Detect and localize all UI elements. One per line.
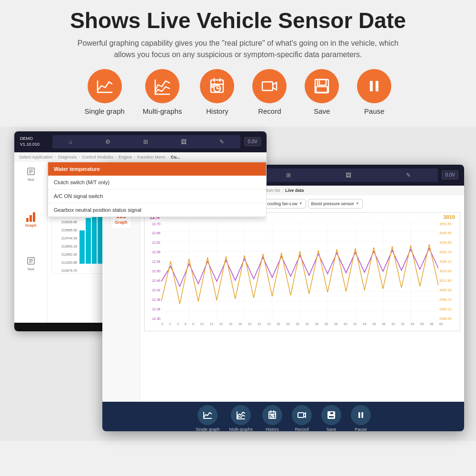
- feature-save: Save: [305, 69, 339, 115]
- toolbar-save[interactable]: Save: [321, 405, 341, 431]
- modules-icon[interactable]: ⊞: [143, 139, 148, 145]
- toolbar-mg-label: Multi-graphs: [229, 427, 253, 431]
- chart-x-labels: 02468 1012141618 2022242628 3032343638 4…: [145, 321, 460, 327]
- multi-graphs-toolbar-icon: [236, 410, 246, 420]
- single-graph-label: Single graph: [85, 107, 125, 115]
- front-chart: 12.4 3019 12.7012.6612.6212.58 12.5412.5…: [144, 212, 460, 331]
- feature-history: History: [200, 69, 234, 115]
- back-breadcrumb: Select Application› Diagnosis› Control M…: [14, 152, 267, 162]
- front-voltage: 0.0V: [442, 170, 458, 179]
- toolbar-pause-icon: [351, 405, 371, 425]
- chart-svg-wrapper: 12.7012.6612.6212.58 12.5412.5012.4612.4…: [145, 221, 460, 321]
- settings-icon[interactable]: ⚙: [105, 139, 110, 145]
- record-toolbar-icon: [297, 410, 307, 420]
- front-bottom-toolbar: Single graph Multi-graphs: [102, 402, 464, 431]
- svg-rect-53: [298, 413, 304, 417]
- svg-rect-12: [316, 87, 327, 92]
- toolbar-history-icon: [262, 405, 282, 425]
- feature-single-graph: Single graph: [85, 69, 125, 115]
- chart-right-value: 3019: [444, 214, 455, 220]
- svg-rect-9: [262, 82, 273, 90]
- toolbar-r-label: Record: [295, 427, 309, 431]
- text-icon: [26, 167, 36, 176]
- menu-item-3[interactable]: Gearbox neutral position status signal: [48, 203, 266, 217]
- svg-rect-59: [362, 412, 364, 418]
- edit-icon[interactable]: ✎: [219, 139, 224, 145]
- sidebar-graph-item[interactable]: Graph: [25, 210, 37, 228]
- record-label: Record: [258, 107, 281, 115]
- screenshots-area: DEMO V1.10.010 ⌂ ⚙ ⊞ 🖼 ✎ 0.0V Select App…: [0, 127, 476, 441]
- svg-rect-58: [358, 412, 360, 418]
- chart-svg: [161, 221, 438, 321]
- single-graph-icon: [96, 77, 114, 95]
- history-icon: [208, 77, 226, 95]
- edit-icon-f[interactable]: ✎: [406, 172, 411, 178]
- back-tablet-header: DEMO V1.10.010 ⌂ ⚙ ⊞ 🖼 ✎ 0.0V: [14, 131, 267, 152]
- feature-pause: Pause: [357, 69, 391, 115]
- toolbar-h-label: History: [266, 427, 279, 431]
- toolbar-sg-label: Single graph: [196, 427, 220, 431]
- page-subtitle: Powerful graphing capability gives you t…: [71, 38, 405, 60]
- save-toolbar-icon: [327, 410, 336, 420]
- toolbar-record-icon: [292, 405, 312, 425]
- chart-y-axis-left: 12.7012.6612.6212.58 12.5412.5012.4612.4…: [145, 221, 161, 321]
- back-voltage: 0.0V: [244, 137, 261, 146]
- header-section: Shows Live Vehicle Sensor Date Powerful …: [0, 0, 476, 127]
- toolbar-p-label: Pause: [355, 427, 367, 431]
- features-icons-row: Single graph Multi-graphs: [19, 69, 457, 115]
- save-icon: [313, 77, 331, 95]
- toolbar-pause[interactable]: Pause: [351, 405, 371, 431]
- back-sidebar: Text Graph: [14, 162, 48, 323]
- toolbar-multi-graphs[interactable]: Multi-graphs: [229, 405, 253, 431]
- back-nav-bar: ⌂ ⚙ ⊞ 🖼 ✎: [52, 135, 240, 149]
- dropdown-menu-selected[interactable]: Water temperature: [48, 162, 266, 176]
- pause-label: Pause: [364, 107, 385, 115]
- menu-item-1[interactable]: Clutch switch (M/T only): [48, 176, 266, 189]
- svg-rect-11: [317, 79, 326, 85]
- front-sidebar: Graph: [102, 195, 140, 402]
- back-btn[interactable]: ←: [56, 329, 64, 331]
- svg-rect-56: [328, 416, 334, 418]
- save-icon-circle: [305, 69, 339, 103]
- save-label: Save: [314, 107, 330, 115]
- multi-graphs-label: Multi-graphs: [143, 107, 182, 115]
- svg-rect-15: [376, 81, 378, 91]
- pause-icon-circle: [357, 69, 391, 103]
- toolbar-multi-graphs-icon: [231, 405, 251, 425]
- svg-rect-14: [370, 81, 373, 91]
- text-icon-2: [26, 256, 36, 266]
- multi-graphs-icon: [153, 77, 171, 95]
- pause-icon: [365, 77, 383, 95]
- dropdown-menu-overlay: Water temperature Clutch switch (M/T onl…: [48, 162, 267, 217]
- modules-icon-f[interactable]: ⊞: [286, 172, 291, 178]
- page-title: Shows Live Vehicle Sensor Date: [19, 9, 457, 33]
- front-content-area: Graph MIL status indicator(MIL... ▼ Batt…: [102, 195, 464, 402]
- toolbar-s-label: Save: [327, 427, 337, 431]
- toolbar-single-graph[interactable]: Single graph: [196, 405, 220, 431]
- chart-y-axis-right: 3052.503045.903039.303032.70 3026.103019…: [438, 221, 460, 321]
- record-icon-circle: [252, 69, 287, 103]
- single-graph-icon-circle: [88, 69, 122, 103]
- sidebar-text-item-2[interactable]: Text: [26, 256, 36, 271]
- toolbar-single-graph-icon: [198, 405, 218, 425]
- back-demo-info: DEMO V1.10.010: [20, 136, 49, 147]
- image-icon-f[interactable]: 🖼: [346, 172, 351, 178]
- toolbar-save-icon: [321, 405, 341, 425]
- feature-multi-graphs: Multi-graphs: [143, 69, 182, 115]
- sidebar-text-item[interactable]: Text: [26, 167, 36, 182]
- home-icon[interactable]: ⌂: [69, 139, 72, 145]
- record-icon: [260, 77, 278, 95]
- history-label: History: [206, 107, 228, 115]
- front-main-area: MIL status indicator(MIL... ▼ Battery vo…: [140, 195, 464, 402]
- dd3-arrow: ▼: [299, 201, 303, 206]
- pause-toolbar-icon: [356, 410, 366, 420]
- image-icon[interactable]: 🖼: [181, 139, 187, 145]
- history-toolbar-icon: [268, 410, 277, 420]
- multi-graphs-icon-circle: [145, 69, 179, 103]
- sensor-dd-4[interactable]: Boost pressure sensor ▼: [308, 199, 363, 208]
- toolbar-history[interactable]: History: [262, 405, 282, 431]
- history-icon-circle: [200, 69, 234, 103]
- toolbar-record[interactable]: Record: [292, 405, 312, 431]
- dd4-arrow: ▼: [356, 201, 359, 206]
- menu-item-2[interactable]: A/C ON signal switch: [48, 189, 266, 203]
